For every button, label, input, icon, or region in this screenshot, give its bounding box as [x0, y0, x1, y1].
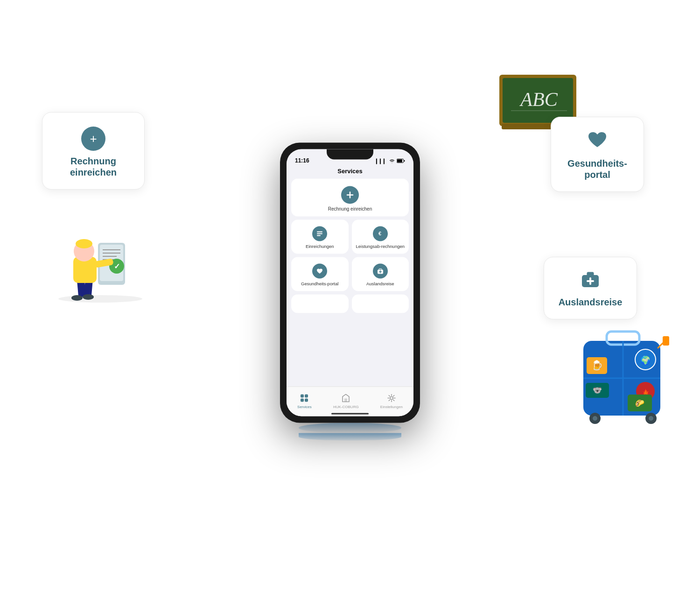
svg-text:✓: ✓: [114, 262, 120, 270]
svg-rect-32: [305, 394, 308, 397]
battery-icon: [397, 158, 405, 164]
euro-icon: €: [373, 226, 388, 241]
card-gesundheitsportal[interactable]: Gesundheits-portal: [291, 257, 349, 291]
medkit-icon-right: [581, 271, 600, 292]
svg-text:🌍: 🌍: [640, 355, 651, 366]
card-auslandsreise[interactable]: Auslandsreise: [352, 257, 409, 291]
card-leistungsabrechnungen-label: Leistungsab-rechnungen: [356, 244, 405, 249]
svg-point-36: [390, 396, 393, 399]
screen-title: Services: [287, 166, 413, 178]
wifi-icon: [389, 158, 395, 164]
list-icon: [312, 226, 327, 241]
svg-text:€: €: [378, 231, 381, 236]
svg-text:🍺: 🍺: [591, 360, 603, 371]
signal-icon: ▎▎▎: [376, 159, 387, 164]
svg-rect-45: [587, 280, 594, 282]
home-indicator: [331, 413, 369, 414]
person-illustration: ✓: [30, 215, 152, 304]
card-rechnung-label: Rechnung einreichen: [328, 206, 372, 212]
card-rechnung[interactable]: Rechnung einreichen: [291, 178, 409, 216]
svg-rect-33: [301, 398, 304, 402]
settings-tab-icon: [387, 394, 396, 404]
svg-text:🌮: 🌮: [635, 399, 644, 408]
svg-rect-24: [317, 233, 322, 234]
status-bar: 11:16 ▎▎▎: [287, 149, 413, 166]
svg-rect-65: [663, 336, 669, 346]
phone-base: [299, 433, 401, 440]
card-auslandsreise-label: Auslandsreise: [366, 281, 394, 286]
phone-shadow: [299, 423, 401, 433]
heart-icon: [312, 263, 327, 278]
card-partial-left: [291, 294, 349, 313]
svg-text:🐨: 🐨: [593, 386, 602, 395]
phone-device: 11:16 ▎▎▎ Services: [280, 142, 420, 423]
tab-einstellungen-label: Einstellungen: [380, 405, 403, 409]
tab-bar: Services HUK-COBURG Einstellungen: [287, 386, 413, 416]
right-top-floating-card: Gesundheits- portal: [551, 117, 644, 192]
svg-point-53: [649, 416, 653, 421]
tab-services[interactable]: Services: [297, 394, 312, 409]
status-icons: ▎▎▎: [376, 158, 405, 164]
svg-point-0: [58, 295, 142, 303]
card-einreichungen-label: Einreichungen: [306, 244, 334, 249]
card-grid-2: Gesundheits-portal Auslandsreise: [291, 257, 409, 291]
svg-point-16: [71, 295, 83, 301]
phone-wrapper: 11:16 ▎▎▎ Services: [280, 142, 420, 440]
right-bottom-floating-card: Auslandsreise: [544, 257, 637, 319]
tab-services-label: Services: [297, 405, 312, 409]
svg-rect-34: [305, 398, 308, 402]
screen-scroll: Rechnung einreichen Einreichungen €: [287, 178, 413, 386]
card-grid-1: Einreichungen € Leistungsab-rechnungen: [291, 219, 409, 254]
suitcase-illustration: 🐨 🍁 🍺 🌮 🌍: [576, 322, 670, 434]
right-bottom-card-label: Auslandsreise: [559, 296, 623, 308]
right-top-card-label: Gesundheits- portal: [560, 158, 634, 180]
left-card-label: Rechnung einreichen: [52, 155, 135, 178]
svg-rect-19: [397, 159, 402, 162]
svg-rect-20: [404, 160, 405, 162]
card-leistungsabrechnungen[interactable]: € Leistungsab-rechnungen: [352, 219, 409, 254]
svg-rect-23: [317, 231, 322, 232]
phone-screen: 11:16 ▎▎▎ Services: [287, 149, 413, 416]
status-time: 11:16: [295, 157, 309, 164]
svg-point-52: [593, 416, 597, 421]
tab-huk-label: HUK-COBURG: [333, 405, 359, 409]
medkit-icon: [373, 263, 388, 278]
card-partial-right: [352, 294, 409, 313]
plus-icon-left: +: [81, 127, 105, 151]
heart-icon-right: [588, 131, 607, 153]
card-grid-partial: [291, 294, 409, 313]
svg-text:ABC: ABC: [519, 89, 558, 110]
card-einreichungen[interactable]: Einreichungen: [291, 219, 349, 254]
svg-point-17: [83, 294, 94, 300]
svg-point-15: [76, 239, 92, 248]
svg-rect-25: [317, 235, 321, 236]
services-tab-icon: [300, 394, 308, 404]
plus-circle-icon: [341, 186, 359, 204]
svg-rect-31: [301, 394, 304, 397]
tab-huk-coburg[interactable]: HUK-COBURG: [333, 394, 359, 409]
tab-einstellungen[interactable]: Einstellungen: [380, 394, 403, 409]
left-floating-card: + Rechnung einreichen: [42, 112, 145, 190]
svg-rect-35: [344, 398, 347, 402]
card-gesundheitsportal-label: Gesundheits-portal: [301, 281, 338, 286]
svg-rect-28: [379, 268, 382, 270]
huk-tab-icon: [342, 394, 350, 404]
